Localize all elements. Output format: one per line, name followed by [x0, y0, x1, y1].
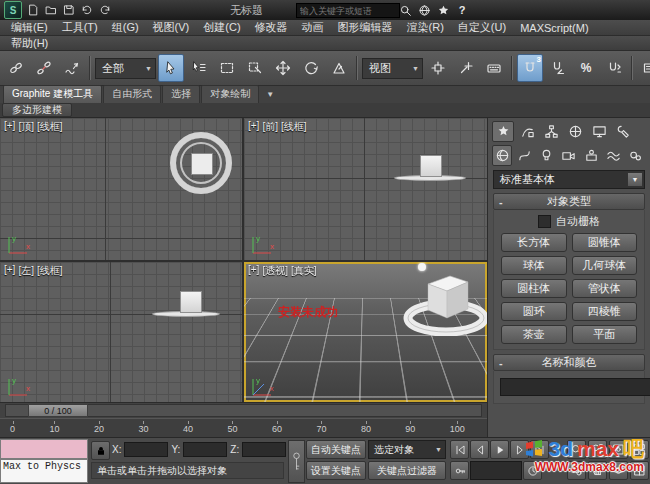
- tab-hierarchy[interactable]: [540, 121, 562, 142]
- select-and-rotate-button[interactable]: [298, 54, 324, 82]
- tab-freeform[interactable]: 自由形式: [103, 85, 161, 103]
- object-name-input[interactable]: [500, 378, 650, 396]
- box-on-torus-object[interactable]: [400, 266, 487, 336]
- unlink-selection-button[interactable]: [31, 54, 57, 82]
- use-pivot-center-button[interactable]: [425, 54, 451, 82]
- previous-frame-button[interactable]: [470, 440, 489, 459]
- time-slider-handle[interactable]: 0 / 100: [28, 404, 88, 417]
- zoom-extents-all-button[interactable]: [630, 440, 649, 459]
- tab-graphite-modeling-tools[interactable]: Graphite 建模工具: [3, 85, 102, 103]
- 3ds-max-logo-icon[interactable]: S: [4, 1, 22, 19]
- selection-lock-toggle[interactable]: [91, 441, 110, 460]
- viewport-left[interactable]: [+] [左] [线框] xy: [0, 262, 242, 402]
- select-and-link-button[interactable]: [3, 54, 29, 82]
- name-color-rollout-header[interactable]: - 名称和颜色: [493, 354, 645, 371]
- cylinder-button[interactable]: 圆柱体: [501, 279, 567, 298]
- go-to-end-button[interactable]: [530, 440, 549, 459]
- redo-icon[interactable]: [97, 3, 112, 18]
- torus-button[interactable]: 圆环: [501, 302, 567, 321]
- time-configuration-button[interactable]: [523, 461, 542, 480]
- viewport-menu-name[interactable]: [透视]: [262, 264, 288, 278]
- selection-filter-dropdown[interactable]: 全部 ▼: [95, 58, 156, 79]
- menu-animation[interactable]: 动画: [295, 20, 331, 35]
- pyramid-button[interactable]: 四棱锥: [572, 302, 638, 321]
- snaps-toggle-button[interactable]: 3: [517, 54, 543, 82]
- help-icon[interactable]: ?: [454, 2, 470, 18]
- play-animation-button[interactable]: [490, 440, 509, 459]
- plane-button[interactable]: 平面: [572, 325, 638, 344]
- menu-help[interactable]: 帮助(H): [4, 36, 55, 50]
- zoom-extents-button[interactable]: [609, 440, 628, 459]
- sphere-button[interactable]: 球体: [501, 256, 567, 275]
- menu-group[interactable]: 组(G): [105, 20, 146, 35]
- geometry-category-dropdown[interactable]: 标准基本体 ▼: [493, 170, 645, 189]
- category-systems[interactable]: [626, 145, 646, 166]
- menu-modifiers[interactable]: 修改器: [248, 20, 295, 35]
- rectangular-selection-region-button[interactable]: [214, 54, 240, 82]
- key-mode-toggle-button[interactable]: [450, 461, 469, 480]
- menu-maxscript[interactable]: MAXScript(M): [513, 20, 595, 35]
- tab-object-paint[interactable]: 对象绘制: [201, 85, 259, 103]
- pan-view-button[interactable]: [588, 461, 607, 480]
- ribbon-minimize-icon[interactable]: ▼: [266, 90, 274, 99]
- communication-center-icon[interactable]: [416, 2, 432, 18]
- viewport-menu-shading[interactable]: [线框]: [281, 120, 307, 134]
- category-space-warps[interactable]: [603, 145, 623, 166]
- search-icon[interactable]: [397, 2, 413, 18]
- viewport-front[interactable]: [+] [前] [线框] xy: [244, 118, 487, 260]
- select-and-manipulate-button[interactable]: [453, 54, 479, 82]
- tab-selection[interactable]: 选择: [162, 85, 200, 103]
- object-type-rollout-header[interactable]: - 对象类型: [493, 193, 645, 210]
- select-and-move-button[interactable]: [270, 54, 296, 82]
- set-key-button[interactable]: [288, 440, 305, 483]
- viewport-menu-shading[interactable]: [线框]: [37, 120, 63, 134]
- viewport-top[interactable]: [+] [顶] [线框] xy: [0, 118, 242, 260]
- save-file-icon[interactable]: [61, 3, 76, 18]
- box-object-left-view[interactable]: [180, 291, 202, 313]
- light-gizmo[interactable]: [418, 263, 426, 271]
- time-slider-track[interactable]: 0 / 100: [5, 404, 482, 417]
- favorites-star-icon[interactable]: [435, 2, 451, 18]
- maximize-viewport-toggle-button[interactable]: [630, 461, 649, 480]
- open-file-icon[interactable]: [43, 3, 58, 18]
- cone-button[interactable]: 圆锥体: [572, 233, 638, 252]
- percent-snap-toggle-button[interactable]: %: [573, 54, 599, 82]
- edit-named-selection-sets-button[interactable]: [637, 54, 650, 82]
- undo-icon[interactable]: [79, 3, 94, 18]
- viewport-menu-plus[interactable]: [+]: [4, 120, 15, 134]
- zoom-button[interactable]: [567, 440, 586, 459]
- new-scene-icon[interactable]: [25, 3, 40, 18]
- selection-set-dropdown[interactable]: 选定对象 ▼: [368, 440, 446, 459]
- tab-utilities[interactable]: [612, 121, 634, 142]
- next-frame-button[interactable]: [510, 440, 529, 459]
- orbit-button[interactable]: [609, 461, 628, 480]
- window-crossing-toggle-button[interactable]: [242, 54, 268, 82]
- key-filters-button[interactable]: 关键点过滤器: [368, 461, 446, 480]
- zoom-all-button[interactable]: [588, 440, 607, 459]
- viewport-menu-shading[interactable]: [线框]: [37, 264, 63, 278]
- viewport-perspective[interactable]: [+] [透视] [真实] 安装未成功 xy: [244, 262, 487, 402]
- menu-customize[interactable]: 自定义(U): [451, 20, 513, 35]
- go-to-start-button[interactable]: [450, 440, 469, 459]
- reference-coordinate-system-dropdown[interactable]: 视图 ▼: [362, 58, 423, 79]
- y-coordinate-field[interactable]: [183, 442, 227, 457]
- teapot-button[interactable]: 茶壶: [501, 325, 567, 344]
- geosphere-button[interactable]: 几何球体: [572, 256, 638, 275]
- select-by-name-button[interactable]: [186, 54, 212, 82]
- maxscript-macro-recorder[interactable]: [0, 439, 88, 459]
- box-button[interactable]: 长方体: [501, 233, 567, 252]
- category-cameras[interactable]: [559, 145, 579, 166]
- tab-motion[interactable]: [564, 121, 586, 142]
- select-and-scale-button[interactable]: [326, 54, 352, 82]
- auto-key-button[interactable]: 自动关键点: [306, 440, 366, 459]
- current-frame-field[interactable]: [470, 461, 522, 480]
- viewport-menu-name[interactable]: [左]: [18, 264, 34, 278]
- z-coordinate-field[interactable]: [242, 442, 286, 457]
- viewport-menu-name[interactable]: [顶]: [18, 120, 34, 134]
- tab-modify[interactable]: [516, 121, 538, 142]
- autogrid-checkbox[interactable]: [538, 215, 551, 228]
- tab-display[interactable]: [588, 121, 610, 142]
- box-object-front-view[interactable]: [420, 155, 442, 177]
- viewport-menu-plus[interactable]: [+]: [248, 120, 259, 134]
- tube-button[interactable]: 管状体: [572, 279, 638, 298]
